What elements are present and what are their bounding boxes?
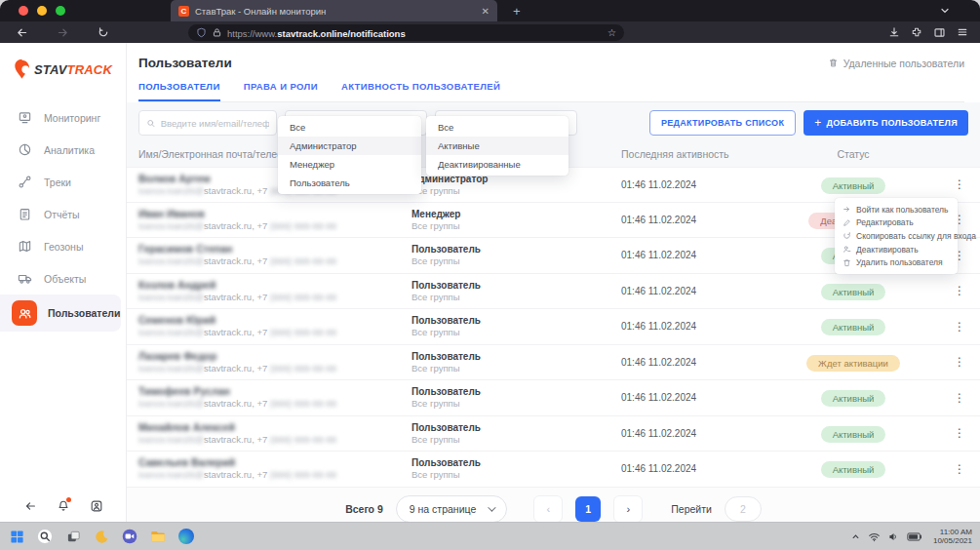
taskbar-icons [8,528,195,545]
os-taskbar: 11:00 AM 10/05/2021 [0,522,980,550]
menu-item-edit[interactable]: Редактировать [835,216,958,230]
volume-icon[interactable] [887,530,900,543]
sidebar-item-tracks[interactable]: Треки [0,166,126,198]
menu-hamburger-icon[interactable] [957,26,968,38]
page-title: Пользователи [138,56,232,70]
dropdown-option[interactable]: Менеджер [278,155,421,174]
status-cell: Ждет активации [767,353,939,372]
sidebar-item-monitoring[interactable]: Мониторинг [0,101,126,134]
wifi-icon[interactable] [868,530,881,543]
row-actions-kebab[interactable]: ⋮ [939,391,980,405]
sidebar-panel-icon[interactable] [933,26,946,39]
dropdown-option[interactable]: Все [278,118,421,137]
analytics-icon [17,141,33,158]
notifications-bell-icon[interactable] [57,499,70,513]
email-visible-part: stavtrack.ru, +7 [204,434,267,445]
downloads-icon[interactable] [888,26,900,38]
tab-user-activity[interactable]: АКТИВНОСТЬ ПОЛЬЗОВАТЕЛЕЙ [341,81,500,101]
back-button[interactable] [12,26,31,39]
sidebar-item-label: Треки [44,177,71,188]
last-activity: 01:46 11.02.2024 [621,215,767,225]
per-page-select[interactable]: 9 на странице [396,495,507,523]
taskbar-search-icon[interactable] [36,528,54,545]
forward-button[interactable] [53,26,72,39]
extensions-icon[interactable] [911,26,922,38]
sidebar-item-objects[interactable]: Объекты [0,262,126,295]
chevron-down-icon [488,503,495,511]
menu-item-deactivate[interactable]: Деактивировать [835,243,958,256]
bookmark-star-icon[interactable]: ☆ [608,27,616,38]
night-mode-moon-icon[interactable] [93,528,110,545]
table-row[interactable]: Козлов Андрей ivanov.ivan26@stavtrack.ru… [127,274,980,310]
menu-item-delete-user[interactable]: Удалить пользователя [835,255,958,269]
chat-app-icon[interactable] [121,528,138,545]
menu-item-copy-login-link[interactable]: Скопировать ссылку для входа [835,229,958,243]
row-actions-kebab[interactable]: ⋮ [939,355,980,369]
tray-expand-chevron-icon[interactable] [850,531,861,542]
sidebar-item-users[interactable]: Пользователи [0,295,121,332]
user-contact: ivanov.ivan26@stavtrack.ru, +7 (999) 999… [138,363,412,374]
clock-time: 11:00 AM [933,528,972,537]
email-visible-part: stavtrack.ru, +7 [204,363,267,373]
add-user-button[interactable]: + ДОБАВИТЬ ПОЛЬЗОВАТЕЛЯ [804,110,968,136]
page-number-1[interactable]: 1 [575,496,601,522]
dropdown-option[interactable]: Все [426,118,568,137]
geozones-icon [17,238,33,255]
refresh-button[interactable] [94,26,113,38]
row-actions-kebab[interactable]: ⋮ [939,426,980,440]
minimize-window-button[interactable] [37,6,47,16]
start-button-icon[interactable] [8,528,25,545]
task-view-icon[interactable] [64,528,82,545]
prev-page-button[interactable]: ‹ [533,495,563,523]
collapse-sidebar-icon[interactable] [23,499,37,513]
lock-icon[interactable] [212,27,222,38]
url-bar[interactable]: https://www.stavtrack.online/notificatio… [188,24,624,41]
table-row[interactable]: Савельев Валерий ivanov.ivan26@stavtrack… [127,452,980,488]
search-input[interactable] [161,118,269,129]
logo-stav: STAV [34,62,67,77]
sidebar-item-analytics[interactable]: Аналитика [0,134,126,166]
sidebar-item-reports[interactable]: Отчёты [0,198,126,230]
sidebar-item-geozones[interactable]: Геозоны [0,230,126,262]
table-row[interactable]: Тимофеев Руслан ivanov.ivan26@stavtrack.… [127,380,980,416]
tab-users[interactable]: ПОЛЬЗОВАТЕЛИ [138,81,220,101]
profile-icon[interactable] [90,499,103,513]
dropdown-option[interactable]: Активные [426,137,568,155]
table-row[interactable]: Лазарев Федор ivanov.ivan26@stavtrack.ru… [127,345,980,381]
dropdown-option[interactable]: Деактивированные [426,155,568,174]
battery-icon[interactable] [907,531,922,542]
table-row[interactable]: Михайлов Алексей ivanov.ivan26@stavtrack… [127,416,980,452]
stavtrack-logo[interactable]: STAVTRACK [0,43,126,94]
maximize-window-button[interactable] [56,6,65,16]
row-context-menu: Войти как пользователь Редактировать Ско… [835,198,958,274]
edit-list-button[interactable]: РЕДАКТИРОВАТЬ СПИСОК [649,110,796,136]
row-actions-kebab[interactable]: ⋮ [939,177,980,191]
phone-hidden-part: (999) 999-99-99 [267,255,336,266]
table-row[interactable]: Семенов Юрий ivanov.ivan26@stavtrack.ru,… [127,309,980,345]
edge-browser-icon[interactable] [177,528,195,545]
browser-tab[interactable]: C СтавТрак - Онлайн мониторин ✕ [171,0,497,21]
row-actions-kebab[interactable]: ⋮ [939,284,980,297]
new-tab-button[interactable]: + [513,4,521,19]
tab-close-icon[interactable]: ✕ [482,6,490,17]
list-tabs-chevron-icon[interactable] [939,5,951,17]
go-to-page-input[interactable]: 2 [725,496,762,522]
tab-rights-roles[interactable]: ПРАВА И РОЛИ [244,81,318,101]
taskbar-clock[interactable]: 11:00 AM 10/05/2021 [933,528,972,546]
close-window-button[interactable] [19,6,28,16]
tab-favicon-icon: C [178,6,189,17]
user-role-cell: Пользователь Все группы [412,314,621,338]
next-page-button[interactable]: › [613,495,643,523]
search-box[interactable] [138,110,277,136]
menu-item-login-as-user[interactable]: Войти как пользователь [835,203,958,216]
file-explorer-icon[interactable] [149,528,167,545]
deleted-users-link[interactable]: Удаленные пользователи [828,58,964,69]
tracking-shield-icon[interactable] [196,27,207,38]
last-activity: 01:46 11.02.2024 [621,463,767,474]
row-actions-kebab[interactable]: ⋮ [939,320,980,334]
email-visible-part: stavtrack.ru, +7 [204,185,267,196]
tracks-icon [17,174,33,190]
dropdown-option[interactable]: Пользователь [278,174,421,192]
dropdown-option[interactable]: Администратор [278,137,421,155]
row-actions-kebab[interactable]: ⋮ [939,462,980,476]
